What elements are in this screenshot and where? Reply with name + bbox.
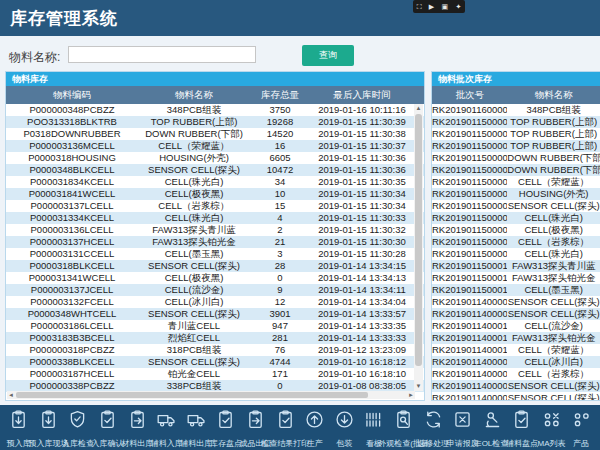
table-row[interactable]: P0318DOWNRUBBERDOWN RUBBER(下部)145202019-… <box>6 128 424 140</box>
table-row[interactable]: RK2019011500005SENSOR CELL(探头) <box>432 200 600 212</box>
table-row[interactable]: P000003131CCELLCELL(墨玉黑)32019-01-15 11:3… <box>6 248 424 260</box>
table-row[interactable]: P000003186LCELL青川蓝CELL9472019-01-14 13:3… <box>6 320 424 332</box>
table-cell: RK2019011500004 <box>432 176 507 188</box>
toolbar-item-外观检查批量[interactable]: 外观检查(批量 <box>389 409 419 449</box>
table-row[interactable]: P000003187HCELL铂光金CELL1712019-01-10 16:1… <box>6 368 424 380</box>
table-row[interactable]: RK2019011500004CELL（荣耀蓝） <box>432 176 600 188</box>
table-row[interactable]: RK2019011500001TOP RUBBER(上部) <box>432 128 600 140</box>
query-button[interactable]: 查询 <box>302 45 354 66</box>
table-row[interactable]: P000003137JCELLCELL(流沙金)92019-01-14 13:3… <box>6 284 424 296</box>
table-row[interactable]: RK2019011500011FAW313探头铂光金 <box>432 272 600 284</box>
table-cell: CELL（岩浆棕） <box>507 368 600 380</box>
toolbar-item-MA列表[interactable]: MA列表 <box>537 409 567 449</box>
table-row[interactable]: RK2019011500007CELL(珠光白) <box>432 212 600 224</box>
table-cell: 3 <box>250 248 310 260</box>
table-row[interactable]: P000031834KCELLCELL(珠光白)342019-01-15 11:… <box>6 176 424 188</box>
table-cell: DOWN RUBBER(下部) <box>507 152 600 164</box>
table-row[interactable]: RK2019011500008CELL（岩浆棕） <box>432 236 600 248</box>
toolbar-item-辅料出库[interactable]: 辅料出库 <box>182 409 212 449</box>
table-cell: CELL(极夜黑) <box>138 272 250 284</box>
table-row[interactable]: RK2019011400013CELL（荣耀蓝） <box>432 344 600 356</box>
table-row[interactable]: RK2019011400004SENSOR CELL(探头) <box>432 392 600 401</box>
scroll-thumb[interactable] <box>415 114 422 366</box>
toolbar-item-入库检查[interactable]: 入库检查 <box>63 409 93 449</box>
table-cell: 2019-01-15 11:30:34 <box>310 188 414 200</box>
table-row[interactable]: RK2019011400009SENSOR CELL(探头) <box>432 296 600 308</box>
table-row[interactable]: RK2019011400004SENSOR CELL(探头) <box>432 380 600 392</box>
vertical-scrollbar[interactable]: ▲ ▼ <box>414 104 423 391</box>
material-inventory-table: P000000348PCBZZ348PCB组装37502019-01-16 10… <box>6 104 424 392</box>
screen-recorder-overlay[interactable]: ⛶▶▣✦ <box>413 0 465 13</box>
table-cell: RK2019011400007 <box>432 356 507 368</box>
material-name-input[interactable] <box>68 46 256 63</box>
toolbar-item-检查结果打印[interactable]: 检查结果打印 <box>270 409 300 449</box>
table-row[interactable]: P0003183B3BCELL烈焰红CELL2812019-01-14 13:3… <box>6 332 424 344</box>
scroll-thumb-horizontal[interactable] <box>16 392 368 398</box>
toolbar-item-返修处理[interactable]: 返修处理 <box>418 409 448 449</box>
table-row[interactable]: P0000338BLKCELLSENSOR CELL(探头)47442019-0… <box>6 356 424 368</box>
table-row[interactable]: P000003136LCELLFAW313探头青川蓝22019-01-15 11… <box>6 224 424 236</box>
overlay-control-icon[interactable]: ⛶ <box>417 0 422 13</box>
table-row[interactable]: P0000318HOUSINGHOUSING(外壳)66052019-01-15… <box>6 152 424 164</box>
toolbar-item-包装[interactable]: 包装 <box>330 409 360 449</box>
overlay-control-icon[interactable]: ✦ <box>455 0 461 13</box>
bottom-toolbar: 预入库预入库现场入库检查入库确认材料出库辅料入库辅料出库库存盘点成品出口检查结果… <box>0 405 600 450</box>
table-row[interactable]: P000003136MCELLCELL（荣耀蓝）162019-01-15 11:… <box>6 140 424 152</box>
column-header: 物料名称 <box>507 89 600 102</box>
table-row[interactable]: POO313318BLKTRBTOP RUBBER(上部)192682019-0… <box>6 116 424 128</box>
table-row[interactable]: RK2019011500010FAW313探头青川蓝 <box>432 260 600 272</box>
toolbar-item-辅料盘点[interactable]: 辅料盘点 <box>507 409 537 449</box>
table-row[interactable]: P000031341WCELLCELL(极夜黑)02019-01-14 13:3… <box>6 272 424 284</box>
table-row[interactable]: RK2019011500001TOP RUBBER(上部) <box>432 116 600 128</box>
table-row[interactable]: RK2019011400007CELL(冰川白) <box>432 356 600 368</box>
table-row[interactable]: RK2019011500006CELL(极夜黑) <box>432 224 600 236</box>
table-row[interactable]: RK2019011600001348PCB组装 <box>432 104 600 116</box>
table-row[interactable]: P0000318BLKCELLSENSOR CELL(探头)282019-01-… <box>6 260 424 272</box>
table-row[interactable]: RK2019011400011CELL(流沙金) <box>432 320 600 332</box>
toolbar-item-生产[interactable]: 生产 <box>300 409 330 449</box>
toolbar-item-入库确认[interactable]: 入库确认 <box>93 409 123 449</box>
table-row[interactable]: RK2019011400009SENSOR CELL(探头) <box>432 308 600 320</box>
toolbar-item-材料出库[interactable]: 材料出库 <box>122 409 152 449</box>
table-row[interactable]: P000000348PCBZZ348PCB组装37502019-01-16 10… <box>6 104 424 116</box>
toolbar-item-申请报废[interactable]: 申请报废 <box>448 409 478 449</box>
table-cell: 2019-01-15 11:30:32 <box>310 224 414 236</box>
table-row[interactable]: P000031334KCELLCELL(珠光白)42019-01-15 11:3… <box>6 212 424 224</box>
table-row[interactable]: P000003137LCELLCELL（岩浆棕）152019-01-15 11:… <box>6 200 424 212</box>
table-row[interactable]: P000003132FCELLCELL(冰川白)122019-01-14 13:… <box>6 296 424 308</box>
overlay-control-icon[interactable]: ▶ <box>429 0 434 13</box>
toolbar-item-label: 预入库 <box>7 438 31 449</box>
scroll-down-icon[interactable]: ▼ <box>414 382 423 391</box>
table-cell: 2019-01-14 13:33:35 <box>310 320 414 332</box>
table-row[interactable]: RK2019011500002DOWN RUBBER(下部) <box>432 164 600 176</box>
toolbar-item-产品[interactable]: 产品 <box>566 409 596 449</box>
table-row[interactable]: RK2019011500012CELL(墨玉黑) <box>432 284 600 296</box>
scroll-right-icon[interactable]: ► <box>407 391 415 399</box>
table-row[interactable]: P000003137HCELLFAW313探头铂光金212019-01-15 1… <box>6 236 424 248</box>
toolbar-item-预入库现场[interactable]: 预入库现场 <box>34 409 64 449</box>
table-row[interactable]: RK2019011500009CELL(珠光白) <box>432 248 600 260</box>
scroll-up-icon[interactable]: ▲ <box>414 104 423 113</box>
table-row[interactable]: RK2019011400005CELL（岩浆棕） <box>432 368 600 380</box>
table-cell: 3901 <box>250 308 310 320</box>
table-cell: RK2019011500002 <box>432 152 507 164</box>
table-row[interactable]: RK2019011500002DOWN RUBBER(下部) <box>432 152 600 164</box>
toolbar-item-label: 辅料入库 <box>151 438 183 449</box>
scroll-left-icon[interactable]: ◄ <box>7 391 15 399</box>
toolbar-item-EOL检查[interactable]: EOL检查 <box>478 409 508 449</box>
circle-dots-icon <box>571 409 592 434</box>
table-row[interactable]: P0000348BLKCELLSENSOR CELL(探头)104722019-… <box>6 164 424 176</box>
table-cell: P000000348PCBZZ <box>6 104 138 116</box>
toolbar-item-辅料入库[interactable]: 辅料入库 <box>152 409 182 449</box>
table-row[interactable]: RK2019011500003HOUSING(外壳) <box>432 188 600 200</box>
table-row[interactable]: RK2019011500001TOP RUBBER(上部) <box>432 140 600 152</box>
toolbar-item-库存盘点[interactable]: 库存盘点 <box>211 409 241 449</box>
table-row[interactable]: P0000348WHTCELLSENSOR CELL(探头)39012019-0… <box>6 308 424 320</box>
table-cell: CELL(墨玉黑) <box>507 284 600 296</box>
table-cell: 9 <box>250 284 310 296</box>
overlay-control-icon[interactable]: ▣ <box>442 0 449 13</box>
table-row[interactable]: P000000318PCBZZ318PCB组装762019-01-12 13:2… <box>6 344 424 356</box>
table-row[interactable]: RK2019011400012FAW313探头铂光金 <box>432 332 600 344</box>
horizontal-scrollbar[interactable]: ◄ ► <box>7 391 415 399</box>
table-row[interactable]: P000031841WCELLCELL(极夜黑)102019-01-15 11:… <box>6 188 424 200</box>
